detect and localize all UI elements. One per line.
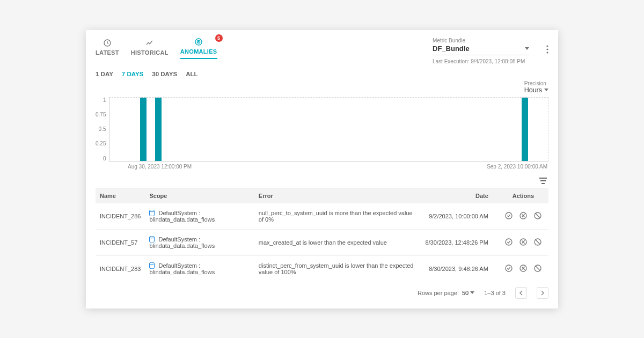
cell-error: max_created_at is lower than the expecte…: [254, 229, 421, 255]
svg-rect-7: [539, 178, 547, 179]
more-menu-button[interactable]: [546, 38, 548, 54]
range-7days[interactable]: 7 DAYS: [122, 71, 144, 77]
check-circle-icon: [504, 264, 513, 273]
cell-date: 8/30/2023, 9:48:26 AM: [421, 255, 497, 282]
dismiss-button[interactable]: [533, 264, 542, 273]
reject-button[interactable]: [519, 211, 528, 220]
cell-name: INCIDENT_57: [96, 229, 145, 255]
table-row[interactable]: INCIDENT_283 DefaultSystem : blindata_da…: [96, 255, 548, 282]
x-circle-icon: [519, 211, 528, 220]
chart-plot-area: Aug 30, 2023 12:00:00 PM Sep 2, 2023 10:…: [109, 95, 548, 170]
rows-per-page-value: 50: [462, 290, 469, 296]
chart-bar: [522, 98, 528, 161]
rows-per-page-selector[interactable]: 50: [462, 290, 474, 296]
range-1day[interactable]: 1 DAY: [96, 71, 113, 77]
col-scope[interactable]: Scope: [145, 188, 254, 203]
anomalies-panel: LATEST HISTORICAL ANOMALIES 5 Metric Bun…: [86, 30, 558, 308]
metric-bundle-dropdown[interactable]: DF_Bundle: [433, 43, 529, 55]
y-tick: 1: [103, 97, 106, 103]
tab-historical[interactable]: HISTORICAL: [131, 39, 169, 59]
time-range-selector: 1 DAY 7 DAYS 30 DAYS ALL: [96, 71, 548, 77]
y-tick: 0.75: [96, 112, 106, 117]
chevron-left-icon: [519, 290, 523, 296]
anomaly-chart: 1 0.75 0.5 0.25 0 Aug 30, 2023 12:00:00 …: [96, 95, 548, 170]
svg-point-4: [546, 45, 548, 47]
view-tabs: LATEST HISTORICAL ANOMALIES 5: [96, 38, 217, 59]
table-row[interactable]: INCIDENT_57 DefaultSystem : blindata_dat…: [96, 229, 548, 255]
reject-button[interactable]: [519, 264, 528, 273]
metric-bundle-label: Metric Bundle: [433, 38, 529, 43]
tab-latest-label: LATEST: [96, 49, 119, 56]
check-circle-icon: [504, 238, 513, 246]
no-entry-icon: [533, 211, 542, 220]
approve-button[interactable]: [504, 264, 513, 273]
approve-button[interactable]: [504, 238, 513, 246]
cell-date: 9/2/2023, 10:00:00 AM: [421, 203, 497, 229]
svg-point-18: [150, 262, 155, 264]
cell-name: INCIDENT_286: [96, 203, 145, 229]
col-name[interactable]: Name: [96, 188, 145, 203]
filter-button[interactable]: [539, 177, 547, 186]
metric-bundle-value: DF_Bundle: [433, 45, 470, 53]
svg-rect-9: [541, 183, 545, 184]
y-tick: 0.25: [96, 141, 106, 146]
prev-page-button[interactable]: [515, 287, 527, 299]
svg-point-3: [198, 41, 199, 42]
chart-plot[interactable]: [109, 97, 548, 161]
cell-actions: [498, 203, 548, 229]
database-icon: [149, 262, 155, 269]
cell-scope: DefaultSystem : blindata_data.data_flows: [145, 229, 254, 255]
table-pagination: Rows per page: 50 1–3 of 3: [96, 287, 548, 299]
tab-anomalies-label: ANOMALIES: [180, 48, 217, 55]
no-entry-icon: [533, 238, 542, 246]
incidents-table: Name Scope Error Date Actions INCIDENT_2…: [96, 188, 548, 282]
chart-bar: [155, 98, 162, 161]
svg-point-11: [506, 212, 512, 219]
y-tick: 0.5: [99, 126, 106, 132]
database-icon: [149, 236, 155, 243]
cell-error: null_perc_to_system_uuid is more than th…: [254, 203, 421, 229]
check-circle-icon: [504, 211, 513, 220]
last-execution-text: Last Execution: 9/4/2023, 12:08:08 PM: [433, 58, 529, 64]
anomalies-count-badge: 5: [215, 34, 223, 42]
cell-scope: DefaultSystem : blindata_data.data_flows: [145, 255, 254, 282]
rows-per-page-label: Rows per page:: [418, 290, 459, 296]
svg-point-14: [150, 236, 155, 238]
tab-anomalies[interactable]: ANOMALIES: [180, 38, 217, 59]
table-row[interactable]: INCIDENT_286 DefaultSystem : blindata_da…: [96, 203, 548, 229]
x-tick-end: Sep 2, 2023 10:00:00 AM: [487, 164, 547, 170]
range-all[interactable]: ALL: [186, 71, 197, 77]
dismiss-button[interactable]: [533, 238, 542, 246]
col-actions: Actions: [498, 188, 548, 203]
y-tick: 0: [103, 156, 106, 161]
next-page-button[interactable]: [537, 287, 548, 299]
reject-button[interactable]: [519, 238, 528, 246]
range-30days[interactable]: 30 DAYS: [152, 71, 177, 77]
svg-point-15: [506, 239, 512, 245]
x-tick-start: Aug 30, 2023 12:00:00 PM: [128, 164, 192, 170]
tab-anomalies-wrap: ANOMALIES 5: [180, 38, 217, 59]
database-icon: [149, 210, 155, 216]
x-circle-icon: [519, 264, 528, 273]
cell-name: INCIDENT_283: [96, 255, 145, 282]
tab-historical-label: HISTORICAL: [131, 49, 169, 56]
filter-icon: [539, 177, 547, 185]
no-entry-icon: [533, 264, 542, 273]
metric-bundle-selector: Metric Bundle DF_Bundle Last Execution: …: [433, 38, 529, 64]
x-circle-icon: [519, 238, 528, 246]
precision-value: Hours: [524, 86, 542, 94]
cell-date: 8/30/2023, 12:48:26 PM: [421, 229, 497, 255]
cell-actions: [498, 255, 548, 282]
col-date[interactable]: Date: [421, 188, 497, 203]
tab-latest[interactable]: LATEST: [96, 39, 119, 59]
svg-point-10: [150, 210, 155, 212]
chevron-down-icon: [544, 89, 548, 91]
table-toolbar: [96, 177, 548, 186]
precision-selector[interactable]: Precision Hours: [524, 80, 548, 94]
chevron-right-icon: [540, 290, 545, 296]
col-error[interactable]: Error: [254, 188, 421, 203]
precision-row: Precision Hours: [96, 80, 548, 94]
chart-y-axis: 1 0.75 0.5 0.25 0: [96, 97, 109, 161]
dismiss-button[interactable]: [533, 211, 542, 220]
approve-button[interactable]: [504, 211, 513, 220]
